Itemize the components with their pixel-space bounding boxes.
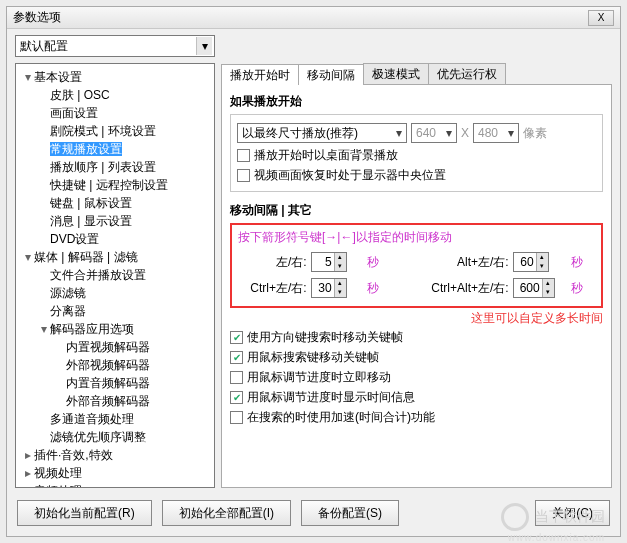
tree-item[interactable]: ▾基本设置 (18, 68, 212, 86)
chevron-down-icon: ▾ (443, 126, 455, 140)
right-panel: 播放开始时移动间隔极速模式优先运行权 如果播放开始 以最终尺寸播放(推荐)▾ 6… (221, 63, 612, 488)
window-title: 参数选项 (13, 9, 588, 26)
tree-item[interactable]: 皮肤 | OSC (18, 86, 212, 104)
custom-time-note: 这里可以自定义多长时间 (230, 310, 603, 327)
tree-item[interactable]: 外部视频解码器 (18, 356, 212, 374)
chevron-down-icon: ▾ (393, 126, 405, 140)
group-playback-start: 以最终尺寸播放(推荐)▾ 640▾ X 480▾ 像素 播放开始时以桌面背景播放… (230, 114, 603, 192)
checkbox-desktop-bg[interactable] (237, 149, 250, 162)
arrow-key-hint: 按下箭形符号键[→|←]以指定的时间移动 (238, 229, 595, 246)
group-title-playback-start: 如果播放开始 (230, 93, 603, 110)
tree-item[interactable]: 内置音频解码器 (18, 374, 212, 392)
toolbar: 默认配置 ▾ (7, 29, 620, 57)
tree-item[interactable]: ▸视频处理 (18, 464, 212, 482)
tab-content: 如果播放开始 以最终尺寸播放(推荐)▾ 640▾ X 480▾ 像素 (221, 85, 612, 488)
tree-item[interactable]: 剧院模式 | 环境设置 (18, 122, 212, 140)
tree-item[interactable]: 源滤镜 (18, 284, 212, 302)
alt-lr-seconds-input[interactable]: 60▴▾ (513, 252, 549, 272)
tree-item[interactable]: 滤镜优先顺序调整 (18, 428, 212, 446)
checkbox-mouse-keyframe[interactable] (230, 351, 243, 364)
height-select[interactable]: 480▾ (473, 123, 519, 143)
init-current-button[interactable]: 初始化当前配置(R) (17, 500, 152, 526)
tab[interactable]: 播放开始时 (221, 64, 299, 85)
tree-panel[interactable]: ▾基本设置皮肤 | OSC画面设置剧院模式 | 环境设置常规播放设置播放顺序 |… (15, 63, 215, 488)
tree-item[interactable]: ▸插件·音效,特效 (18, 446, 212, 464)
checkbox-mouse-immediate[interactable] (230, 371, 243, 384)
checkbox-arrow-keyframe[interactable] (230, 331, 243, 344)
tab[interactable]: 移动间隔 (298, 64, 364, 85)
tree-item[interactable]: 内置视频解码器 (18, 338, 212, 356)
tree-item[interactable]: 画面设置 (18, 104, 212, 122)
group-move-interval: 按下箭形符号键[→|←]以指定的时间移动 左/右: 5▴▾ 秒 Alt+左/右:… (230, 223, 603, 427)
profile-combo[interactable]: 默认配置 ▾ (15, 35, 215, 57)
checkbox-accel-search[interactable] (230, 411, 243, 424)
ctrl-alt-lr-seconds-input[interactable]: 600▴▾ (513, 278, 555, 298)
tree-item[interactable]: ▸音频处理 (18, 482, 212, 488)
tree-item[interactable]: 快捷键 | 远程控制设置 (18, 176, 212, 194)
chevron-down-icon: ▾ (505, 126, 517, 140)
tree-item[interactable]: 文件合并播放设置 (18, 266, 212, 284)
backup-button[interactable]: 备份配置(S) (301, 500, 399, 526)
close-icon[interactable]: X (588, 10, 614, 26)
size-mode-select[interactable]: 以最终尺寸播放(推荐)▾ (237, 123, 407, 143)
tabs: 播放开始时移动间隔极速模式优先运行权 (221, 63, 612, 85)
custom-time-box: 按下箭形符号键[→|←]以指定的时间移动 左/右: 5▴▾ 秒 Alt+左/右:… (230, 223, 603, 308)
tree-item[interactable]: DVD设置 (18, 230, 212, 248)
tree-item[interactable]: ▾解码器应用选项 (18, 320, 212, 338)
tree-item[interactable]: 消息 | 显示设置 (18, 212, 212, 230)
tab[interactable]: 极速模式 (363, 63, 429, 84)
lr-seconds-input[interactable]: 5▴▾ (311, 252, 347, 272)
profile-label: 默认配置 (20, 38, 68, 55)
close-button[interactable]: 关闭(C) (535, 500, 610, 526)
tree-item[interactable]: 键盘 | 鼠标设置 (18, 194, 212, 212)
width-select[interactable]: 640▾ (411, 123, 457, 143)
tree-item[interactable]: 分离器 (18, 302, 212, 320)
chevron-down-icon: ▾ (196, 37, 212, 55)
tree-item[interactable]: ▾媒体 | 解码器 | 滤镜 (18, 248, 212, 266)
dialog: 参数选项 X 默认配置 ▾ ▾基本设置皮肤 | OSC画面设置剧院模式 | 环境… (6, 6, 621, 537)
main-area: ▾基本设置皮肤 | OSC画面设置剧院模式 | 环境设置常规播放设置播放顺序 |… (7, 57, 620, 494)
titlebar: 参数选项 X (7, 7, 620, 29)
tree-item[interactable]: 多通道音频处理 (18, 410, 212, 428)
group-title-move-interval: 移动间隔 | 其它 (230, 202, 603, 219)
tree-item[interactable]: 播放顺序 | 列表设置 (18, 158, 212, 176)
checkbox-mouse-time-info[interactable] (230, 391, 243, 404)
init-all-button[interactable]: 初始化全部配置(I) (162, 500, 291, 526)
bottom-buttons: 初始化当前配置(R) 初始化全部配置(I) 备份配置(S) 关闭(C) (7, 494, 620, 536)
ctrl-lr-seconds-input[interactable]: 30▴▾ (311, 278, 347, 298)
tab[interactable]: 优先运行权 (428, 63, 506, 84)
tree-item[interactable]: 常规播放设置 (18, 140, 212, 158)
checkbox-center-monitor[interactable] (237, 169, 250, 182)
tree-item[interactable]: 外部音频解码器 (18, 392, 212, 410)
